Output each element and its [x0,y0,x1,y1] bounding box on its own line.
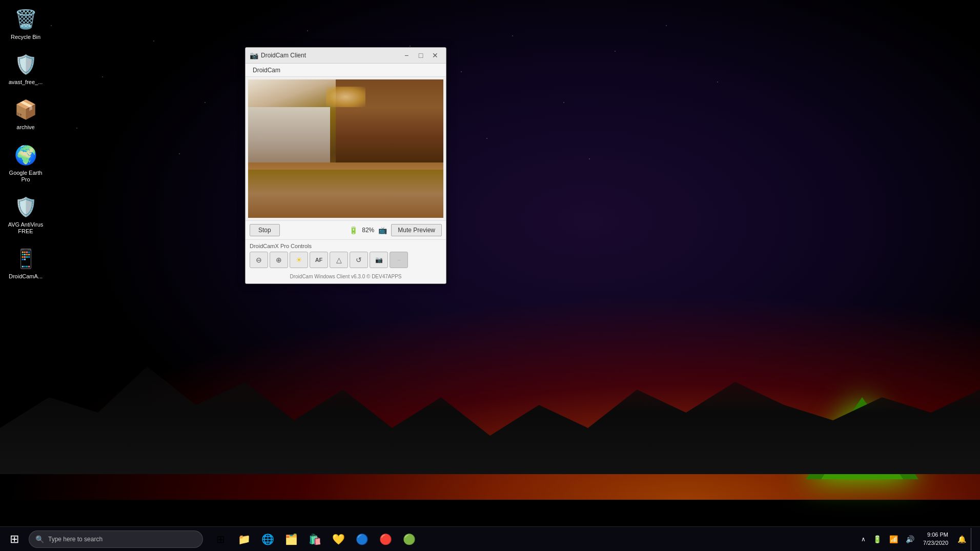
task-view-icon: ⊞ [216,533,225,545]
droidcam-label: DroidCamA... [9,273,43,280]
show-desktop-button[interactable] [971,528,974,550]
archive-icon: 📦 [13,97,38,122]
taskbar-edge[interactable]: 🌐 [256,528,279,550]
title-bar-controls: − □ ✕ [400,50,442,60]
search-icon: 🔍 [35,535,44,543]
zoom-out-button[interactable]: ⊖ [250,252,268,268]
droidcam-window: 📷 DroidCam Client − □ ✕ DroidCam [245,47,446,284]
app6-icon: 💛 [332,533,345,545]
system-tray: ∧ 🔋 📶 🔊 9:06 PM 7/23/2020 🔔 [859,528,978,550]
avg-icon: 🛡️ [13,195,38,219]
avast-label: avast_free_... [9,79,43,86]
desktop-icon-avg[interactable]: 🛡️ AVG AntiVirus FREE [5,193,46,237]
clock-time: 9:06 PM [923,531,948,539]
triangle-button[interactable]: △ [330,252,348,268]
battery-icon: 🔋 [349,226,358,234]
app8-icon: 🔴 [379,533,392,545]
tray-expand[interactable]: ∧ [859,536,868,543]
autofocus-button[interactable]: AF [310,252,328,268]
volume-icon: 🔊 [906,535,914,543]
pro-controls-label: DroidCamX Pro Controls [250,243,442,249]
desktop-icon-droidcam[interactable]: 📱 DroidCamA... [5,244,46,282]
desktop: 🗑️ Recycle Bin 🛡️ avast_free_... 📦 archi… [0,0,980,551]
avg-label: AVG AntiVirus FREE [7,221,44,235]
menu-droidcam[interactable]: DroidCam [250,66,283,75]
taskbar-file-explorer[interactable]: 📁 [233,528,255,550]
recycle-bin-icon: 🗑️ [13,7,38,32]
recycle-bin-label: Recycle Bin [11,34,40,40]
archive-label: archive [16,124,34,131]
start-button[interactable]: ⊞ [2,527,27,552]
footer-text: DroidCam Windows Client v6.3.0 © DEV47AP… [246,271,446,283]
desktop-icon-avast[interactable]: 🛡️ avast_free_... [5,50,46,88]
room-floor [248,162,443,218]
app-icon: 📷 [250,51,258,59]
rotate-button[interactable]: ↺ [350,252,368,268]
avast-icon: 🛡️ [13,52,38,77]
taskbar-chrome[interactable]: 🔵 [351,528,373,550]
notif-icon: 🔔 [957,535,966,543]
camera-preview [248,79,443,218]
desktop-icon-archive[interactable]: 📦 archive [5,95,46,133]
minimize-button[interactable]: − [400,50,413,60]
edge-icon: 🌐 [261,533,274,545]
taskbar-folder[interactable]: 🗂️ [280,528,302,550]
tray-battery[interactable]: 🔋 [870,528,884,550]
zoom-percent: 82% [362,227,374,234]
clock-date: 7/23/2020 [923,539,948,547]
screen-icon[interactable]: 📺 [378,226,387,234]
taskbar-app9[interactable]: 🟢 [398,528,420,550]
store-icon: 🛍️ [309,533,321,545]
zoom-in-button[interactable]: ⊕ [270,252,288,268]
more-button[interactable]: ··· [390,252,408,268]
title-bar[interactable]: 📷 DroidCam Client − □ ✕ [246,48,446,64]
mute-preview-button[interactable]: Mute Preview [391,224,442,236]
taskbar: ⊞ 🔍 Type here to search ⊞ 📁 🌐 🗂️ 🛍️ [0,526,980,551]
maximize-button[interactable]: □ [414,50,427,60]
taskbar-app8[interactable]: 🔴 [374,528,397,550]
window-title: DroidCam Client [261,52,400,59]
photo-button[interactable]: 📷 [370,252,388,268]
ceiling-light [326,87,365,108]
pro-controls-buttons: ⊖ ⊕ ☀ AF △ ↺ 📷 ··· [250,252,442,268]
tray-network[interactable]: 📶 [886,528,901,550]
search-box[interactable]: 🔍 Type here to search [29,530,203,548]
taskbar-icons: ⊞ 📁 🌐 🗂️ 🛍️ 💛 🔵 🔴 [209,528,420,550]
folder-icon: 🗂️ [285,533,298,545]
google-earth-icon: 🌍 [13,143,38,168]
battery-tray-icon: 🔋 [873,535,882,543]
start-icon: ⊞ [10,533,19,546]
stop-button[interactable]: Stop [250,224,280,236]
desktop-icon-recycle-bin[interactable]: 🗑️ Recycle Bin [5,5,46,43]
file-explorer-icon: 📁 [238,533,251,545]
taskbar-app6[interactable]: 💛 [327,528,350,550]
droidcam-icon: 📱 [13,247,38,271]
menu-bar: DroidCam [246,64,446,77]
controls-bar: Stop 🔋 82% 📺 Mute Preview [246,220,446,240]
close-button[interactable]: ✕ [428,50,442,60]
pro-controls-section: DroidCamX Pro Controls ⊖ ⊕ ☀ AF △ ↺ 📷 ··… [246,240,446,271]
desktop-icons: 🗑️ Recycle Bin 🛡️ avast_free_... 📦 archi… [0,0,51,295]
chrome-icon: 🔵 [356,533,369,545]
search-placeholder: Type here to search [48,536,103,543]
desktop-icon-google-earth[interactable]: 🌍 Google Earth Pro [5,141,46,185]
network-icon: 📶 [889,535,898,543]
notification-icon[interactable]: 🔔 [954,528,969,550]
taskbar-task-view[interactable]: ⊞ [209,528,232,550]
camera-scene [248,79,443,218]
brightness-button[interactable]: ☀ [290,252,308,268]
system-clock[interactable]: 9:06 PM 7/23/2020 [919,531,952,547]
google-earth-label: Google Earth Pro [7,170,44,183]
tray-volume[interactable]: 🔊 [903,528,917,550]
tent [806,387,918,479]
app9-icon: 🟢 [403,533,416,545]
taskbar-store[interactable]: 🛍️ [303,528,326,550]
